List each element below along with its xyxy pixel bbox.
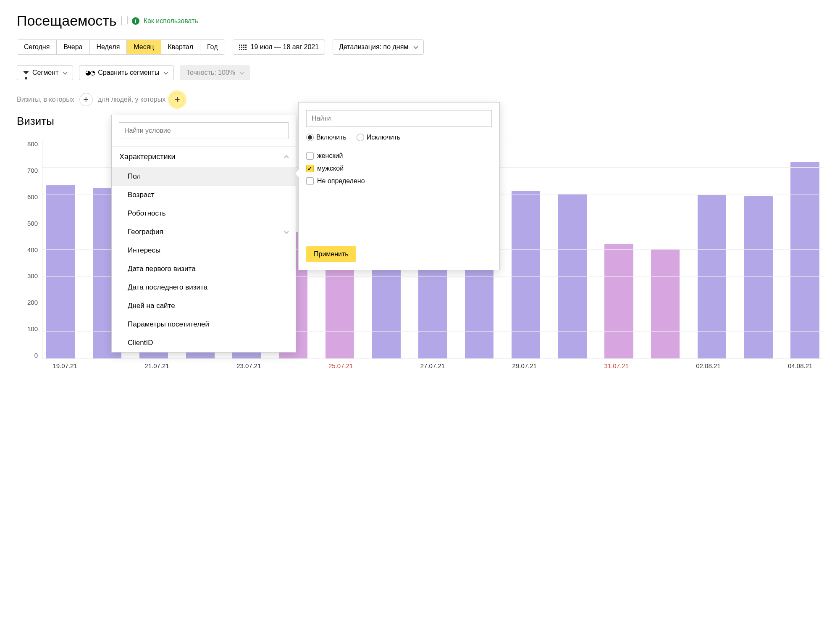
x-tick bbox=[547, 362, 593, 369]
accuracy-label: Точность: 100% bbox=[186, 69, 235, 76]
x-tick: 19.07.21 bbox=[42, 362, 88, 369]
bar[interactable] bbox=[604, 244, 633, 359]
bar[interactable] bbox=[651, 250, 680, 359]
segment-label: Сегмент bbox=[32, 69, 58, 76]
x-tick: 04.08.21 bbox=[777, 362, 823, 369]
condition-item[interactable]: География bbox=[112, 223, 296, 241]
period-Вчера[interactable]: Вчера bbox=[57, 40, 89, 54]
condition-item[interactable]: Пол bbox=[112, 167, 296, 186]
condition-item[interactable]: ClientID bbox=[112, 334, 296, 352]
conditions-list[interactable]: Характеристики ПолВозрастРоботностьГеогр… bbox=[112, 146, 296, 352]
y-tick: 0 bbox=[34, 352, 38, 359]
x-tick bbox=[639, 362, 685, 369]
people-filter-label: для людей, у которых bbox=[98, 96, 165, 103]
y-tick: 300 bbox=[27, 272, 38, 279]
chevron-down-icon bbox=[284, 229, 289, 234]
condition-group-label: Характеристики bbox=[119, 153, 175, 161]
x-axis: 19.07.2121.07.2123.07.2125.07.2127.07.21… bbox=[17, 362, 823, 369]
value-option-label: Не определено bbox=[317, 177, 365, 185]
condition-group[interactable]: Характеристики bbox=[112, 147, 296, 167]
chevron-down-icon bbox=[414, 44, 418, 49]
y-tick: 400 bbox=[27, 246, 38, 253]
exclude-label: Исключить bbox=[367, 134, 401, 141]
value-option[interactable]: мужской bbox=[306, 162, 492, 175]
x-tick: 25.07.21 bbox=[318, 362, 363, 369]
period-selector: СегодняВчераНеделяМесяцКварталГод bbox=[17, 39, 225, 55]
checkbox-icon bbox=[306, 165, 314, 172]
conditions-dropdown: Характеристики ПолВозрастРоботностьГеогр… bbox=[111, 115, 296, 353]
compare-label: Сравнить сегменты bbox=[98, 69, 159, 76]
condition-item[interactable]: Возраст bbox=[112, 186, 296, 204]
y-tick: 700 bbox=[27, 167, 38, 174]
condition-item[interactable]: Дата последнего визита bbox=[112, 278, 296, 297]
detail-label: Детализация: по дням bbox=[339, 43, 408, 51]
condition-item[interactable]: Дата первого визита bbox=[112, 260, 296, 278]
dropdown-arrow bbox=[295, 170, 299, 177]
detail-button[interactable]: Детализация: по дням bbox=[333, 39, 424, 55]
include-radio[interactable]: Включить bbox=[306, 134, 346, 141]
bar[interactable] bbox=[512, 191, 540, 359]
period-Квартал[interactable]: Квартал bbox=[161, 40, 200, 54]
apply-button[interactable]: Применить bbox=[306, 246, 356, 262]
page-title: Посещаемость bbox=[17, 13, 117, 29]
y-tick: 100 bbox=[27, 325, 38, 332]
x-tick: 23.07.21 bbox=[226, 362, 272, 369]
visits-filter-label: Визиты, в которых bbox=[17, 96, 74, 103]
period-Сегодня[interactable]: Сегодня bbox=[17, 40, 57, 54]
y-tick: 800 bbox=[27, 140, 38, 147]
radio-icon bbox=[357, 134, 364, 141]
compare-icon bbox=[85, 69, 94, 76]
x-tick bbox=[88, 362, 134, 369]
value-search-input[interactable] bbox=[306, 110, 492, 127]
segment-button[interactable]: Сегмент bbox=[17, 65, 73, 80]
compare-button[interactable]: Сравнить сегменты bbox=[79, 65, 174, 80]
chevron-up-icon bbox=[284, 155, 289, 160]
x-tick bbox=[272, 362, 318, 369]
condition-search-input[interactable] bbox=[119, 122, 289, 139]
x-tick bbox=[456, 362, 501, 369]
condition-item[interactable]: Параметры посетителей bbox=[112, 315, 296, 334]
checkbox-icon bbox=[306, 152, 314, 160]
x-tick: 29.07.21 bbox=[501, 362, 547, 369]
y-tick: 600 bbox=[27, 193, 38, 200]
bar[interactable] bbox=[744, 196, 773, 359]
value-option-label: мужской bbox=[317, 165, 344, 172]
chevron-down-icon bbox=[63, 70, 68, 74]
bar[interactable] bbox=[790, 162, 819, 359]
date-range-label: 19 июл — 18 авг 2021 bbox=[251, 43, 319, 51]
y-axis: 8007006005004003002001000 bbox=[17, 140, 42, 359]
condition-item[interactable]: Роботность bbox=[112, 204, 296, 223]
add-visit-condition-button[interactable]: + bbox=[79, 93, 93, 106]
x-tick: 21.07.21 bbox=[134, 362, 180, 369]
exclude-radio[interactable]: Исключить bbox=[357, 134, 401, 141]
x-tick bbox=[364, 362, 410, 369]
checkbox-icon bbox=[306, 177, 314, 185]
accuracy-button[interactable]: Точность: 100% bbox=[180, 65, 250, 80]
values-dropdown: Включить Исключить женскиймужскойНе опре… bbox=[298, 102, 500, 270]
radio-icon bbox=[306, 134, 314, 141]
x-tick bbox=[180, 362, 226, 369]
value-option[interactable]: женский bbox=[306, 150, 492, 162]
bar[interactable] bbox=[698, 195, 726, 359]
help-link[interactable]: Как использовать bbox=[144, 17, 198, 25]
bar[interactable] bbox=[46, 185, 75, 359]
period-Год[interactable]: Год bbox=[200, 40, 224, 54]
value-option[interactable]: Не определено bbox=[306, 175, 492, 187]
funnel-icon bbox=[23, 71, 29, 74]
chevron-down-icon bbox=[164, 70, 168, 74]
condition-item[interactable]: Интересы bbox=[112, 241, 296, 260]
x-tick: 31.07.21 bbox=[593, 362, 639, 369]
y-tick: 500 bbox=[27, 220, 38, 227]
date-range-button[interactable]: 19 июл — 18 авг 2021 bbox=[233, 39, 326, 55]
period-Месяц[interactable]: Месяц bbox=[127, 40, 161, 54]
chevron-down-icon bbox=[239, 70, 244, 74]
bookmark-icon[interactable] bbox=[121, 16, 128, 26]
period-Неделя[interactable]: Неделя bbox=[90, 40, 127, 54]
x-tick bbox=[731, 362, 777, 369]
x-tick: 27.07.21 bbox=[410, 362, 455, 369]
condition-item[interactable]: Дней на сайте bbox=[112, 297, 296, 315]
add-people-condition-button[interactable]: + bbox=[171, 93, 184, 106]
include-label: Включить bbox=[316, 134, 346, 141]
y-tick: 200 bbox=[27, 299, 38, 306]
x-tick: 02.08.21 bbox=[685, 362, 731, 369]
